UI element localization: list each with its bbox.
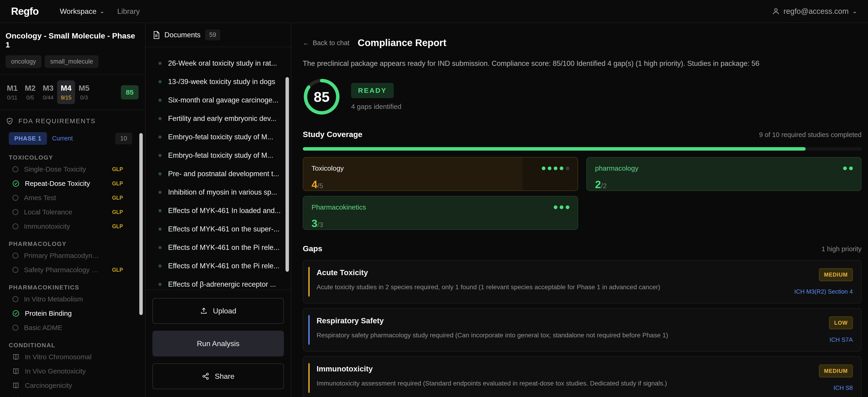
document-list-item[interactable]: Inhibition of myosin in various sp... bbox=[158, 183, 282, 202]
requirement-item[interactable]: In Vitro Metabolism bbox=[0, 292, 145, 306]
requirement-item[interactable]: Repeat-Dose ToxicityGLP bbox=[0, 176, 145, 191]
phase-row: PHASE 1 Current 10 bbox=[0, 126, 145, 147]
nav-workspace-label: Workspace bbox=[60, 7, 96, 16]
document-list-item[interactable]: Embryo-fetal toxicity study of M... bbox=[158, 146, 282, 165]
gap-card[interactable]: ImmunotoxicityImmunotoxicity assessment … bbox=[303, 356, 862, 397]
green-dot-icon bbox=[158, 80, 162, 83]
requirement-group-label: PHARMACOLOGY bbox=[0, 234, 145, 248]
circle-icon bbox=[12, 253, 19, 258]
page-title: Compliance Report bbox=[358, 37, 446, 48]
phase-status: Current bbox=[52, 135, 73, 142]
shield-check-icon bbox=[6, 117, 13, 125]
module-label: M1 bbox=[3, 84, 21, 93]
glp-tag: GLP bbox=[112, 223, 123, 230]
module-tab-m3[interactable]: M30/44 bbox=[39, 80, 57, 104]
account-menu[interactable]: regfo@access.com ⌄ bbox=[772, 7, 857, 16]
document-list-item[interactable]: Effects of β-adrenergic receptor ... bbox=[158, 275, 282, 290]
coverage-card[interactable]: Toxicology4/5 bbox=[303, 157, 578, 191]
gap-card[interactable]: Acute ToxicityAcute toxicity studies in … bbox=[303, 260, 862, 304]
module-label: M2 bbox=[21, 84, 39, 93]
green-dot-icon bbox=[158, 209, 162, 212]
document-list-item[interactable]: Six-month oral gavage carcinoge... bbox=[158, 91, 282, 110]
gap-accent-bar bbox=[308, 363, 310, 393]
documents-scrollbar[interactable] bbox=[285, 77, 289, 272]
module-tab-m2[interactable]: M20/5 bbox=[21, 80, 39, 104]
document-name: 13-/39-week toxicity study in dogs bbox=[168, 78, 275, 86]
nav-library[interactable]: Library bbox=[117, 7, 140, 16]
user-email: regfo@access.com bbox=[783, 7, 849, 16]
regulation-reference-link[interactable]: ICH S7A bbox=[830, 336, 853, 343]
requirement-item[interactable]: Carcinogenicity bbox=[0, 378, 145, 393]
module-tab-m1[interactable]: M10/11 bbox=[3, 80, 21, 104]
run-analysis-button[interactable]: Run Analysis bbox=[152, 331, 284, 357]
document-name: Embryo-fetal toxicity study of M... bbox=[168, 133, 273, 141]
requirement-group-label: CONDITIONAL bbox=[0, 335, 145, 350]
requirement-label: Carcinogenicity bbox=[25, 381, 72, 389]
module-tab-m5[interactable]: M50/3 bbox=[75, 80, 93, 104]
coverage-progress-bar bbox=[303, 147, 862, 151]
requirement-label: Single-Dose Toxicity bbox=[24, 165, 86, 173]
coverage-card-value: 2/2 bbox=[595, 178, 853, 191]
coverage-card[interactable]: Pharmacokinetics3/3 bbox=[303, 196, 578, 230]
document-list-item[interactable]: Effects of MYK-461 on the super-... bbox=[158, 220, 282, 238]
severity-badge: MEDIUM bbox=[819, 268, 853, 281]
app-logo: Regfo bbox=[11, 5, 39, 17]
requirement-item[interactable]: Safety Pharmacology Core B...GLP bbox=[0, 263, 145, 277]
regulation-reference-link[interactable]: ICH M3(R2) Section 4 bbox=[794, 288, 853, 295]
document-list-item[interactable]: 13-/39-week toxicity study in dogs bbox=[158, 72, 282, 91]
requirement-label: Basic ADME bbox=[24, 324, 62, 332]
green-dot-icon bbox=[158, 264, 162, 268]
sidebar-score-badge: 85 bbox=[121, 85, 138, 99]
coverage-card-value: 3/3 bbox=[311, 217, 569, 230]
requirement-item[interactable]: Basic ADME bbox=[0, 320, 145, 335]
requirement-item[interactable]: In Vivo Genotoxicity bbox=[0, 364, 145, 378]
document-list-item[interactable]: Fertility and early embryonic dev... bbox=[158, 110, 282, 128]
circle-icon bbox=[12, 209, 19, 215]
document-list-item[interactable]: Embryo-fetal toxicity study of M... bbox=[158, 128, 282, 146]
upload-button[interactable]: Upload bbox=[152, 298, 284, 324]
module-count: 0/44 bbox=[39, 94, 57, 101]
circle-icon bbox=[12, 223, 19, 230]
requirement-item[interactable]: Fertility bbox=[0, 393, 145, 397]
project-tag: oncology bbox=[5, 55, 41, 68]
requirement-item[interactable]: Primary Pharmacodynamics bbox=[0, 248, 145, 263]
document-icon bbox=[153, 31, 160, 39]
share-button[interactable]: Share bbox=[152, 363, 284, 389]
back-to-chat-link[interactable]: ← Back to chat bbox=[303, 39, 349, 47]
nav-workspace[interactable]: Workspace ⌄ bbox=[60, 7, 104, 16]
green-dot-icon bbox=[158, 98, 162, 102]
gap-title: Respiratory Safety bbox=[317, 316, 829, 325]
document-list-item[interactable]: 26-Week oral toxicity study in rat... bbox=[158, 54, 282, 72]
sidebar-scrollbar[interactable] bbox=[139, 133, 143, 315]
chevron-down-icon: ⌄ bbox=[852, 8, 857, 14]
requirement-label: Primary Pharmacodynamics bbox=[24, 252, 102, 259]
document-list-item[interactable]: Effects of MYK-461 on the Pi rele... bbox=[158, 238, 282, 257]
requirement-item[interactable]: Protein Binding bbox=[0, 306, 145, 320]
coverage-card-total: /5 bbox=[317, 182, 323, 189]
gap-card[interactable]: Respiratory SafetyRespiratory safety pha… bbox=[303, 308, 862, 352]
module-label: M5 bbox=[75, 84, 93, 93]
compliance-report: ← Back to chat Compliance Report The pre… bbox=[291, 23, 868, 397]
study-dot-icon bbox=[548, 166, 551, 170]
project-title: Oncology - Small Molecule - Phase 1 bbox=[5, 31, 138, 49]
gap-description: Respiratory safety pharmacology study re… bbox=[317, 332, 829, 339]
requirement-item[interactable]: Local ToleranceGLP bbox=[0, 205, 145, 219]
requirement-label: Immunotoxicity bbox=[24, 222, 70, 230]
module-tab-m4[interactable]: M49/15 bbox=[57, 80, 75, 104]
requirement-item[interactable]: In Vitro Chromosomal bbox=[0, 350, 145, 364]
module-count: 0/5 bbox=[21, 94, 39, 101]
documents-header: Documents 59 bbox=[146, 23, 291, 47]
study-coverage-heading: Study Coverage bbox=[303, 130, 362, 139]
document-list-item[interactable]: Effects of MYK-461 In loaded and... bbox=[158, 202, 282, 220]
document-list-item[interactable]: Effects of MYK-461 on the Pi rele... bbox=[158, 257, 282, 275]
document-name: Effects of MYK-461 on the super-... bbox=[168, 225, 280, 233]
book-open-icon bbox=[12, 354, 19, 360]
requirement-label: Ames Test bbox=[24, 194, 56, 202]
requirement-item[interactable]: Single-Dose ToxicityGLP bbox=[0, 162, 145, 176]
regulation-reference-link[interactable]: ICH S8 bbox=[834, 384, 853, 392]
requirement-item[interactable]: Ames TestGLP bbox=[0, 191, 145, 205]
document-list-item[interactable]: Pre- and postnatal development t... bbox=[158, 165, 282, 183]
documents-count-badge: 59 bbox=[205, 29, 220, 40]
coverage-card[interactable]: pharmacology2/2 bbox=[586, 157, 862, 191]
requirement-item[interactable]: ImmunotoxicityGLP bbox=[0, 219, 145, 234]
